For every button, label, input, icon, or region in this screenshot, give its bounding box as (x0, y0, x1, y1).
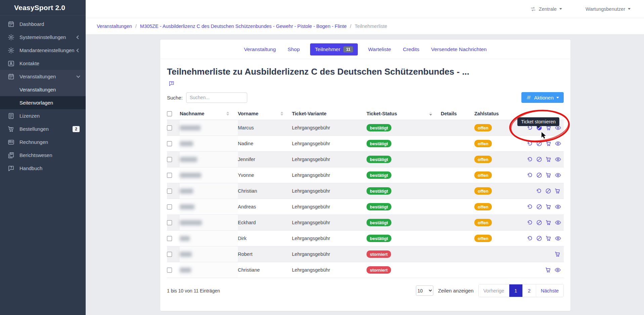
tab-label: Versendete Nachrichten (431, 46, 486, 52)
user-dropdown[interactable]: Wartungsbenutzer (586, 6, 631, 12)
row-checkbox[interactable] (167, 204, 172, 209)
sidebar-item-veranstaltungen[interactable]: Veranstaltungen (0, 70, 86, 83)
help-bubble-icon[interactable]: ? (168, 80, 175, 87)
tab-teilnehmer[interactable]: Teilnehmer11 (310, 43, 358, 55)
cart-action-icon[interactable] (545, 140, 552, 147)
undo-action-icon[interactable] (526, 203, 533, 210)
row-checkbox[interactable] (167, 236, 172, 241)
column-label: Vorname (238, 111, 258, 116)
sidebar-item-mandanteneinstellungen[interactable]: Mandanteneinstellungen (0, 44, 86, 57)
zahlstatus-badge: offen (474, 219, 492, 226)
row-checkbox[interactable] (167, 173, 172, 178)
sidebar-item-label: Mandanteneinstellungen (19, 47, 77, 53)
row-checkbox[interactable] (167, 268, 172, 273)
eye-action-icon[interactable] (555, 140, 561, 147)
help-icon: ? (7, 165, 15, 172)
undo-action-icon[interactable] (535, 188, 542, 194)
cancel-action-icon[interactable] (536, 203, 543, 210)
sidebar-item-dashboard[interactable]: Dashboard (0, 17, 86, 31)
row-checkbox[interactable] (167, 157, 172, 162)
row-checkbox[interactable] (167, 141, 172, 146)
sort-arrows-icon[interactable] (281, 112, 283, 116)
tab-label: Veranstaltung (244, 46, 276, 52)
cart-action-icon[interactable] (545, 156, 552, 163)
zahlstatus-badge: offen (474, 140, 492, 147)
cancel-action-icon[interactable] (545, 188, 552, 194)
table-footer: 1 bis 10 von 11 Einträgen 10 Zeilen anze… (167, 284, 564, 297)
undo-action-icon[interactable] (526, 219, 533, 226)
table-controls: Suche: Aktionen (167, 92, 564, 103)
row-checkbox[interactable] (167, 125, 172, 130)
cancel-action-icon[interactable] (536, 235, 543, 242)
sidebar-item-bestellungen[interactable]: Bestellungen2 (0, 122, 86, 135)
tab-veranstaltung[interactable]: Veranstaltung (243, 43, 277, 55)
pagination-prev[interactable]: Vorherige (479, 284, 509, 297)
ticket-status-badge: bestätigt (367, 156, 391, 163)
tab-credits[interactable]: Credits (401, 43, 421, 55)
row-checkbox[interactable] (167, 220, 172, 225)
sidebar-item-seitenvorlagen[interactable]: Seitenvorlagen (0, 96, 86, 109)
pagination-next[interactable]: Nächste (536, 284, 563, 297)
sidebar-item-rechnungen[interactable]: Rechnungen (0, 135, 86, 149)
sidebar-item-systemeinstellungen[interactable]: Systemeinstellungen (0, 31, 86, 44)
pagination-page-1[interactable]: 1 (509, 284, 522, 297)
cancel-action-icon[interactable] (536, 219, 543, 226)
eye-action-icon[interactable] (555, 203, 561, 210)
sidebar-item-veranstaltungen[interactable]: Veranstaltungen (0, 83, 86, 96)
sidebar-item-label: Veranstaltungen (19, 74, 77, 79)
cart-action-icon[interactable] (545, 172, 552, 179)
cancel-action-icon[interactable] (536, 140, 543, 147)
sidebar-item-lizenzen[interactable]: Lizenzen (0, 109, 86, 122)
eye-action-icon[interactable] (555, 172, 561, 179)
vorname-cell: Andreas (238, 204, 292, 209)
breadcrumb-item[interactable]: Veranstaltungen (97, 24, 132, 29)
cart-action-icon[interactable] (545, 219, 552, 226)
column-label: Nachname (180, 111, 204, 116)
breadcrumb-separator: / (350, 24, 351, 29)
cart-action-icon[interactable] (545, 267, 552, 273)
sort-arrows-icon[interactable] (429, 112, 432, 116)
row-actions (526, 251, 564, 258)
column-header-vorname[interactable]: Vorname (238, 111, 292, 116)
row-checkbox[interactable] (167, 189, 172, 194)
zentrale-dropdown[interactable]: Zentrale (530, 6, 562, 12)
column-header-ticket-status[interactable]: Ticket-Status (367, 111, 441, 116)
eye-action-icon[interactable] (554, 267, 561, 273)
sort-arrows-icon[interactable] (226, 112, 229, 116)
cart-action-icon[interactable] (554, 251, 561, 258)
nachname-cell-redacted (180, 152, 238, 167)
column-header-details: Details (441, 111, 474, 116)
sidebar-item-label: Lizenzen (19, 113, 80, 119)
breadcrumb-item[interactable]: M305ZE - Ausbilderlizenz C des Deutschen… (140, 24, 347, 29)
undo-action-icon[interactable] (526, 172, 533, 179)
sidebar-item-kontakte[interactable]: Kontakte (0, 57, 86, 70)
row-actions (526, 219, 564, 226)
cart-action-icon[interactable] (545, 203, 552, 210)
tab-warteliste[interactable]: Warteliste (367, 43, 392, 55)
cart-action-icon[interactable] (545, 235, 552, 242)
page-size-select[interactable]: 10 (416, 285, 433, 296)
sidebar-item-berichtswesen[interactable]: Berichtswesen (0, 149, 86, 162)
search-input[interactable] (186, 92, 247, 103)
tab-shop[interactable]: Shop (286, 43, 301, 55)
sidebar-item-handbuch[interactable]: ?Handbuch (0, 162, 86, 175)
undo-action-icon[interactable] (526, 140, 533, 147)
cancel-action-icon[interactable] (536, 156, 543, 163)
breadcrumb: Veranstaltungen/M305ZE - Ausbilderlizenz… (97, 23, 387, 29)
select-all-checkbox[interactable] (167, 111, 172, 116)
cancel-action-icon[interactable] (536, 172, 543, 179)
eye-action-icon[interactable] (555, 219, 561, 226)
pagination-page-2[interactable]: 2 (522, 284, 536, 297)
eye-action-icon[interactable] (555, 235, 561, 242)
zentrale-label: Zentrale (539, 6, 557, 12)
undo-action-icon[interactable] (526, 156, 533, 163)
tab-versendete-nachrichten[interactable]: Versendete Nachrichten (430, 43, 488, 55)
cart-action-icon[interactable] (554, 188, 561, 194)
eye-action-icon[interactable] (555, 156, 561, 163)
actions-button[interactable]: Aktionen (521, 92, 564, 103)
vorname-cell: Jennifer (238, 157, 292, 162)
contacts-icon (7, 60, 15, 67)
undo-action-icon[interactable] (526, 235, 533, 242)
column-header-nachname[interactable]: Nachname (180, 111, 238, 116)
row-checkbox[interactable] (167, 252, 172, 257)
